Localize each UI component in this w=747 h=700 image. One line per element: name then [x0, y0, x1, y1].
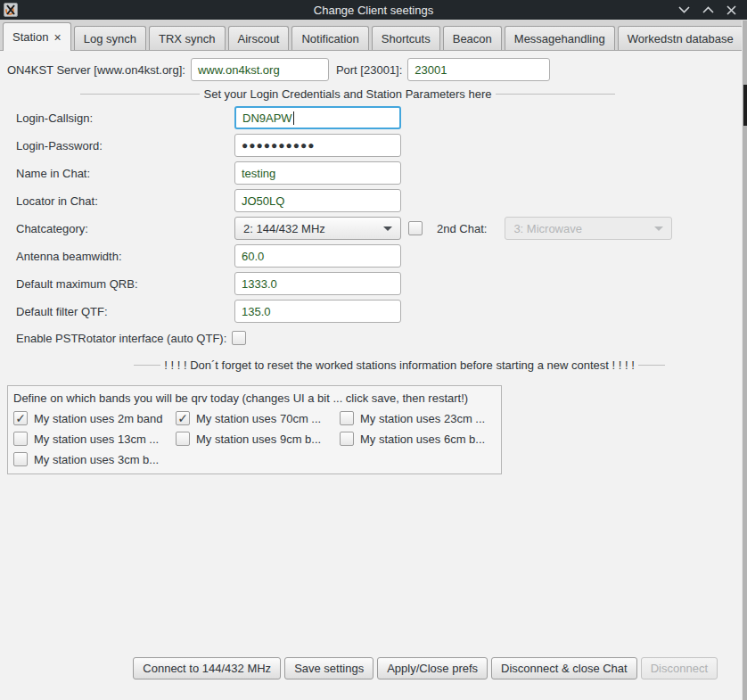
band-9cm-checkbox[interactable] — [176, 432, 190, 446]
right-scrollbar[interactable] — [742, 21, 747, 700]
disconnect-button: Disconnect — [641, 657, 718, 679]
tab-bar: Station × Log synch TRX synch Airscout N… — [0, 20, 747, 51]
tab-workedstn-database[interactable]: Workedstn database — [618, 26, 743, 50]
tab-messagehandling[interactable]: Messagehandling — [505, 26, 615, 50]
bottom-button-row: Connect to 144/432 MHz Save settings App… — [0, 657, 747, 679]
titlebar: Change Client seetings — [0, 0, 747, 20]
credentials-separator: Set your Login Credentials and Station P… — [80, 86, 615, 101]
chevron-down-icon — [383, 226, 392, 231]
window-title: Change Client seetings — [0, 4, 747, 17]
band-6cm-checkbox[interactable] — [340, 432, 354, 446]
tab-label: Workedstn database — [628, 32, 734, 45]
band-70cm-item[interactable]: My station uses 70cm ... — [176, 411, 340, 425]
locator-label: Locator in Chat: — [16, 194, 234, 208]
tab-close-icon[interactable]: × — [53, 31, 61, 44]
band-13cm-item[interactable]: My station uses 13cm ... — [13, 432, 176, 446]
save-settings-button[interactable]: Save settings — [284, 657, 374, 679]
band-label: My station uses 9cm b... — [196, 432, 321, 446]
maximize-icon[interactable] — [702, 6, 714, 13]
tab-label: Station — [12, 30, 48, 44]
scrollbar-thumb[interactable] — [743, 85, 747, 126]
chat-name-input[interactable]: testing — [234, 161, 401, 185]
contest-warning-separator: ! ! ! ! Don´t forget to reset the worked… — [134, 358, 665, 372]
login-callsign-input[interactable]: DN9APW — [234, 106, 401, 129]
tab-shortcuts[interactable]: Shortcuts — [372, 26, 440, 50]
band-label: My station uses 70cm ... — [196, 412, 321, 425]
login-password-label: Login-Password: — [16, 139, 234, 152]
apply-close-prefs-button[interactable]: Apply/Close prefs — [377, 657, 488, 679]
chat-name-label: Name in Chat: — [16, 167, 234, 180]
band-23cm-checkbox[interactable] — [340, 411, 354, 425]
tab-station[interactable]: Station × — [3, 22, 71, 51]
max-qrb-label: Default maximum QRB: — [16, 277, 234, 291]
beamwidth-input[interactable]: 60.0 — [234, 244, 401, 268]
port-label: Port [23001]: — [336, 63, 402, 77]
filter-qtf-input[interactable]: 135.0 — [234, 300, 401, 323]
tab-label: Beacon — [453, 32, 492, 45]
pstrotator-label: Enable PSTRotator interface (auto QTF): — [16, 332, 226, 345]
tab-label: Airscout — [238, 32, 280, 45]
band-label: My station uses 2m band — [34, 412, 163, 425]
band-3cm-checkbox[interactable] — [13, 452, 28, 466]
locator-input[interactable]: JO50LQ — [234, 189, 401, 212]
server-label: ON4KST Server [www.on4kst.org]: — [7, 63, 185, 77]
tab-airscout[interactable]: Airscout — [228, 26, 290, 50]
chevron-down-icon — [654, 226, 663, 231]
tab-log-synch[interactable]: Log synch — [74, 26, 146, 50]
band-label: My station uses 3cm b... — [34, 453, 159, 466]
bands-groupbox: Define on which bands you will be qrv to… — [7, 385, 502, 474]
tab-label: Notification — [301, 32, 358, 45]
second-chat-checkbox[interactable] — [408, 221, 423, 235]
filter-qtf-label: Default filter QTF: — [16, 305, 234, 318]
tab-label: Shortcuts — [382, 32, 431, 45]
tab-label: Log synch — [84, 32, 136, 45]
chatcategory-label: Chatcategory: — [16, 222, 234, 235]
tab-label: TRX synch — [159, 32, 216, 45]
band-2m-item[interactable]: My station uses 2m band — [13, 411, 176, 425]
second-chat-label: 2nd Chat: — [437, 222, 487, 235]
band-label: My station uses 13cm ... — [34, 432, 159, 446]
band-6cm-item[interactable]: My station uses 6cm b... — [340, 432, 496, 446]
second-chat-dropdown: 3: Microwave — [505, 217, 672, 240]
minimize-icon[interactable] — [678, 6, 690, 13]
band-2m-checkbox[interactable] — [13, 411, 28, 425]
band-9cm-item[interactable]: My station uses 9cm b... — [176, 432, 340, 446]
chatcategory-dropdown[interactable]: 2: 144/432 MHz — [234, 217, 401, 240]
band-label: My station uses 6cm b... — [360, 432, 485, 446]
tab-notification[interactable]: Notification — [291, 26, 368, 50]
port-input[interactable]: 23001 — [407, 58, 550, 81]
server-input[interactable]: www.on4kst.org — [191, 58, 329, 81]
band-23cm-item[interactable]: My station uses 23cm ... — [340, 411, 496, 425]
max-qrb-input[interactable]: 1333.0 — [234, 272, 401, 295]
bands-groupbox-title: Define on which bands you will be qrv to… — [13, 391, 496, 405]
login-password-input[interactable]: ●●●●●●●●●● — [234, 134, 401, 157]
tab-trx-synch[interactable]: TRX synch — [149, 26, 226, 50]
connect-button[interactable]: Connect to 144/432 MHz — [133, 657, 281, 679]
pstrotator-checkbox[interactable] — [232, 331, 246, 345]
tab-beacon[interactable]: Beacon — [443, 26, 502, 50]
beamwidth-label: Antenna beamwidth: — [16, 250, 234, 263]
tab-label: Messagehandling — [514, 32, 605, 45]
band-70cm-checkbox[interactable] — [176, 411, 190, 425]
band-label: My station uses 23cm ... — [360, 412, 485, 425]
login-callsign-label: Login-Callsign: — [16, 111, 234, 125]
station-tab-panel: ON4KST Server [www.on4kst.org]: www.on4k… — [0, 51, 747, 700]
text-caret — [293, 111, 294, 125]
band-3cm-item[interactable]: My station uses 3cm b... — [13, 452, 176, 466]
disconnect-close-chat-button[interactable]: Disconnect & close Chat — [491, 657, 637, 679]
band-13cm-checkbox[interactable] — [13, 432, 28, 446]
close-icon[interactable] — [726, 5, 736, 15]
